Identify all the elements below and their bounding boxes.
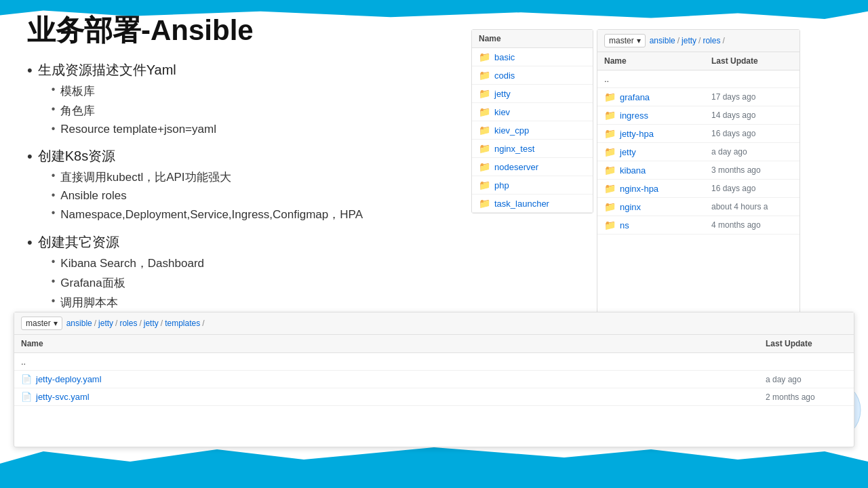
side-col-name: Name [479, 34, 586, 43]
breadcrumb-top-ansible[interactable]: ansible [650, 36, 675, 45]
folder-name-kibana: 📁 kibana [604, 165, 711, 176]
file-browser-bottom-left: master ▾ ansible / jetty / roles / jetty… [14, 312, 854, 447]
side-row-jetty[interactable]: 📁 jetty [472, 85, 593, 103]
side-folder-kiev: 📁 kiev [479, 106, 586, 117]
folder-name-grafana: 📁 grafana [604, 92, 711, 102]
side-row-nginx-test[interactable]: 📁 nginx_test [472, 140, 593, 158]
folder-icon-kibana: 📁 [604, 165, 616, 176]
folder-update-grafana: 17 days ago [711, 92, 793, 102]
breadcrumb-templates[interactable]: templates [165, 319, 200, 328]
folder-name-ingress: 📁 ingress [604, 110, 711, 121]
folder-update-ns: 4 months ago [711, 220, 793, 230]
folder-row-nginx[interactable]: 📁 nginx about 4 hours a [597, 198, 800, 216]
side-row-php[interactable]: 📁 php [472, 176, 593, 195]
side-file-list: Name 📁 basic 📁 codis 📁 jetty 📁 kiev [471, 29, 593, 214]
folder-row-jetty-hpa[interactable]: 📁 jetty-hpa 16 days ago [597, 125, 800, 143]
folder-icon-nginx: 📁 [604, 201, 616, 212]
chevron-down-icon-top: ▾ [637, 36, 641, 45]
breadcrumb-roles[interactable]: roles [119, 319, 137, 328]
folder-update-jetty-hpa: 16 days ago [711, 129, 793, 138]
folder-row-grafana[interactable]: 📁 grafana 17 days ago [597, 88, 800, 106]
bottom-brush-decoration [0, 447, 868, 488]
fb-top-col-header: Name Last Update [597, 52, 800, 70]
side-folder-task-launcher: 📁 task_launcher [479, 198, 586, 209]
side-col-header: Name [472, 30, 593, 48]
bullet-2-text: 创建K8s资源 [38, 148, 115, 163]
folder-update-kibana: 3 months ago [711, 165, 793, 175]
chevron-down-icon: ▾ [54, 319, 58, 328]
col-update-top: Last Update [711, 56, 793, 66]
side-row-basic[interactable]: 📁 basic [472, 48, 593, 66]
folder-icon-jetty: 📁 [479, 88, 490, 99]
fb-top-header: master ▾ ansible / jetty / roles / [597, 30, 800, 52]
folder-name-nginx: 📁 nginx [604, 201, 711, 212]
folder-row-kibana[interactable]: 📁 kibana 3 months ago [597, 161, 800, 180]
file-name-jetty-svc: 📄 jetty-svc.yaml [21, 392, 766, 402]
folder-icon-basic: 📁 [479, 52, 490, 62]
folder-update-ingress: 14 days ago [711, 110, 793, 120]
fb-bottom-left-header: master ▾ ansible / jetty / roles / jetty… [14, 312, 854, 335]
parent-dir-name-bottom: .. [21, 357, 766, 367]
folder-icon-ns: 📁 [604, 220, 616, 230]
col-update-label-bottom: Last Update [766, 339, 847, 348]
parent-dir-row-bottom[interactable]: .. [14, 353, 854, 371]
folder-update-jetty: a day ago [711, 147, 793, 157]
side-row-codis[interactable]: 📁 codis [472, 66, 593, 85]
side-folder-kiev-cpp: 📁 kiev_cpp [479, 125, 586, 136]
side-folder-nginx-test: 📁 nginx_test [479, 143, 586, 154]
folder-name-jetty-hpa: 📁 jetty-hpa [604, 128, 711, 139]
folder-icon-nodeserver: 📁 [479, 161, 490, 172]
breadcrumb-jetty2[interactable]: jetty [144, 319, 159, 328]
folder-update-nginx-hpa: 16 days ago [711, 184, 793, 193]
folder-icon-kiev: 📁 [479, 106, 490, 117]
folder-row-ingress[interactable]: 📁 ingress 14 days ago [597, 106, 800, 125]
branch-selector-top[interactable]: master ▾ [604, 34, 646, 47]
side-folder-codis: 📁 codis [479, 70, 586, 81]
breadcrumb-jetty[interactable]: jetty [98, 319, 113, 328]
side-folder-jetty: 📁 jetty [479, 88, 586, 99]
folder-name-nginx-hpa: 📁 nginx-hpa [604, 183, 711, 194]
folder-icon-nginx-test: 📁 [479, 143, 490, 154]
side-row-kiev[interactable]: 📁 kiev [472, 103, 593, 121]
file-update-jetty-svc: 2 months ago [766, 392, 847, 402]
folder-icon-kiev-cpp: 📁 [479, 125, 490, 136]
breadcrumb-ansible[interactable]: ansible [66, 319, 92, 328]
branch-selector-bottom[interactable]: master ▾ [21, 317, 62, 330]
col-name-label-bottom: Name [21, 339, 766, 348]
file-update-jetty-deploy: a day ago [766, 375, 847, 384]
folder-name-ns: 📁 ns [604, 220, 711, 230]
folder-icon-jetty-roles: 📁 [604, 146, 616, 157]
folder-row-jetty[interactable]: 📁 jetty a day ago [597, 143, 800, 161]
breadcrumb-top-roles[interactable]: roles [703, 36, 720, 45]
side-row-kiev-cpp[interactable]: 📁 kiev_cpp [472, 121, 593, 140]
bullet-1-text: 生成资源描述文件Yaml [38, 62, 176, 77]
file-icon-jetty-deploy: 📄 [21, 374, 32, 384]
fb-bottom-left-col-header: Name Last Update [14, 335, 854, 353]
side-folder-nodeserver: 📁 nodeserver [479, 161, 586, 172]
folder-icon-task-launcher: 📁 [479, 198, 490, 209]
breadcrumb-top-jetty[interactable]: jetty [682, 36, 696, 45]
folder-icon-codis: 📁 [479, 70, 490, 81]
file-row-jetty-svc[interactable]: 📄 jetty-svc.yaml 2 months ago [14, 388, 854, 406]
folder-icon-nginx-hpa: 📁 [604, 183, 616, 194]
branch-name-top: master [609, 36, 634, 45]
parent-dir-top[interactable]: .. [597, 70, 800, 88]
col-name-top: Name [604, 56, 711, 66]
branch-name-bottom: master [26, 319, 51, 328]
folder-row-ns[interactable]: 📁 ns 4 months ago [597, 216, 800, 235]
folder-icon-php: 📁 [479, 180, 490, 190]
file-icon-jetty-svc: 📄 [21, 392, 32, 402]
folder-row-nginx-hpa[interactable]: 📁 nginx-hpa 16 days ago [597, 180, 800, 198]
side-row-task-launcher[interactable]: 📁 task_launcher [472, 195, 593, 213]
file-name-jetty-deploy: 📄 jetty-deploy.yaml [21, 374, 766, 384]
parent-dir-name-top: .. [604, 74, 711, 84]
folder-name-jetty: 📁 jetty [604, 146, 711, 157]
side-folder-php: 📁 php [479, 180, 586, 190]
bullet-3-text: 创建其它资源 [38, 235, 119, 249]
folder-update-nginx: about 4 hours a [711, 202, 793, 211]
side-row-nodeserver[interactable]: 📁 nodeserver [472, 158, 593, 176]
folder-icon-grafana: 📁 [604, 92, 616, 102]
file-row-jetty-deploy[interactable]: 📄 jetty-deploy.yaml a day ago [14, 371, 854, 388]
folder-icon-jetty-hpa: 📁 [604, 128, 616, 139]
breadcrumb-top: ansible / jetty / roles / [650, 36, 725, 45]
